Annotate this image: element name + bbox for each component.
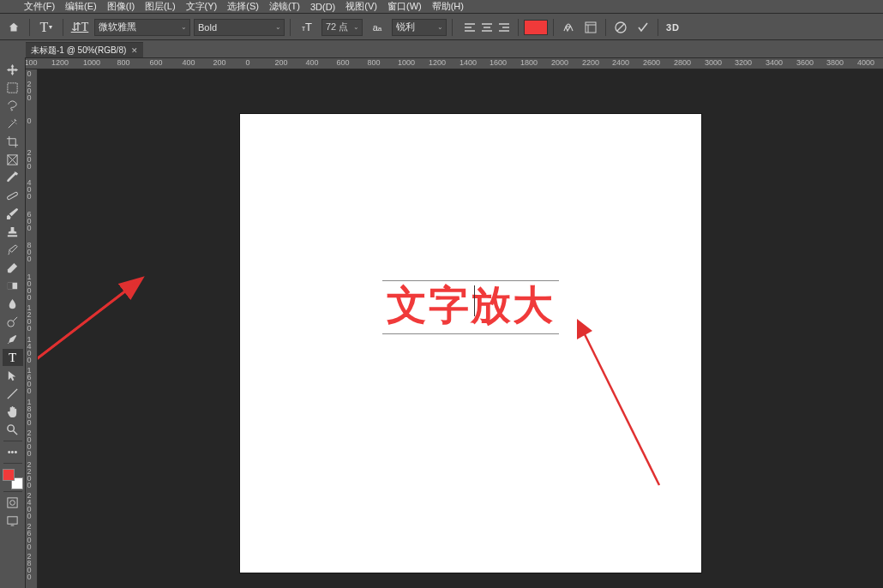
doc-tab-bar: 未标题-1 @ 50%(RGB/8) ✕ bbox=[26, 42, 143, 57]
blur-tool[interactable] bbox=[3, 295, 23, 312]
gradient-tool[interactable] bbox=[3, 277, 23, 294]
menu-window[interactable]: 窗口(W) bbox=[382, 0, 427, 14]
svg-point-10 bbox=[10, 500, 15, 505]
divider bbox=[63, 19, 63, 36]
fg-color-swatch[interactable] bbox=[3, 469, 15, 481]
menu-3d[interactable]: 3D(D) bbox=[305, 1, 340, 13]
menu-help[interactable]: 帮助(H) bbox=[427, 0, 469, 14]
shape-tool[interactable] bbox=[3, 385, 23, 402]
type-tool-icon: T bbox=[40, 20, 49, 35]
menu-select[interactable]: 选择(S) bbox=[222, 0, 264, 14]
align-group bbox=[461, 19, 513, 36]
doc-tab[interactable]: 未标题-1 @ 50%(RGB/8) ✕ bbox=[26, 42, 143, 57]
pen-icon bbox=[6, 333, 19, 346]
quick-mask-button[interactable] bbox=[3, 494, 23, 511]
divider bbox=[290, 19, 291, 36]
commit-button[interactable] bbox=[634, 18, 652, 37]
menu-file[interactable]: 文件(F) bbox=[19, 0, 60, 14]
align-left-button[interactable] bbox=[461, 19, 478, 36]
marquee-tool[interactable] bbox=[3, 79, 23, 96]
marquee-icon bbox=[6, 81, 19, 94]
menu-layer[interactable]: 图层(L) bbox=[140, 0, 180, 14]
menu-edit[interactable]: 编辑(E) bbox=[60, 0, 102, 14]
eraser-tool[interactable] bbox=[3, 259, 23, 276]
close-icon[interactable]: ✕ bbox=[131, 46, 138, 55]
pen-tool[interactable] bbox=[3, 331, 23, 348]
ruler-tick-label: 2400 bbox=[26, 491, 33, 519]
more-tools[interactable]: ••• bbox=[3, 443, 23, 460]
screen-icon bbox=[6, 514, 19, 527]
divider bbox=[29, 19, 30, 36]
svg-rect-0 bbox=[586, 22, 596, 33]
font-weight-dropdown[interactable]: Bold ⌄ bbox=[194, 19, 285, 36]
antialias-value: 锐利 bbox=[396, 21, 415, 33]
align-center-button[interactable] bbox=[478, 19, 496, 36]
zoom-tool[interactable] bbox=[3, 421, 23, 438]
antialias-dropdown[interactable]: 锐利 ⌄ bbox=[392, 19, 447, 36]
color-swatches[interactable] bbox=[3, 469, 23, 489]
ruler-tick-label: 3800 bbox=[826, 58, 844, 67]
ruler-tick-label: 200 bbox=[274, 58, 287, 67]
align-right-button[interactable] bbox=[496, 19, 513, 36]
divider bbox=[452, 19, 453, 36]
chevron-down-icon: ⌄ bbox=[275, 23, 281, 31]
cancel-button[interactable] bbox=[611, 18, 630, 37]
svg-line-13 bbox=[38, 279, 141, 363]
type-tool[interactable]: T bbox=[3, 349, 23, 366]
ruler-tick-label: 400 bbox=[182, 58, 195, 67]
menu-type[interactable]: 文字(Y) bbox=[181, 0, 223, 14]
eyedropper-tool[interactable] bbox=[3, 169, 23, 186]
font-size-icon-wrap: тT bbox=[296, 18, 318, 37]
move-tool[interactable] bbox=[3, 61, 23, 78]
tool-separator bbox=[3, 463, 22, 464]
current-tool-icon[interactable]: T ▾ bbox=[35, 18, 57, 37]
ruler-tick-label: 2200 bbox=[582, 58, 599, 67]
crop-icon bbox=[6, 135, 19, 148]
3d-button[interactable]: 3D bbox=[664, 18, 682, 37]
text-layer[interactable]: 文字放大 bbox=[387, 279, 555, 333]
ellipsis-icon: ••• bbox=[8, 447, 18, 457]
dodge-tool[interactable] bbox=[3, 313, 23, 330]
align-right-icon bbox=[498, 21, 510, 33]
heal-tool[interactable] bbox=[3, 187, 23, 204]
crop-tool[interactable] bbox=[3, 133, 23, 150]
ruler-left[interactable]: 0200020040060080010001200140016001800200… bbox=[26, 69, 38, 588]
ruler-tick-label: 3600 bbox=[796, 58, 814, 67]
menu-image[interactable]: 图像(I) bbox=[102, 0, 140, 14]
artboard[interactable]: 文字放大 bbox=[240, 114, 701, 573]
brush-tool[interactable] bbox=[3, 205, 23, 222]
font-family-dropdown[interactable]: 微软雅黑 ⌄ bbox=[94, 19, 190, 36]
text-orientation-button[interactable]: ⇵T bbox=[69, 18, 91, 37]
annotation-arrow-1 bbox=[38, 271, 158, 374]
text-color-swatch[interactable] bbox=[524, 20, 548, 35]
quick-select-tool[interactable] bbox=[3, 115, 23, 132]
lasso-tool[interactable] bbox=[3, 97, 23, 114]
ruler-tick-label: 600 bbox=[26, 210, 33, 231]
canvas-area[interactable]: 文字放大 bbox=[38, 69, 883, 588]
history-brush-tool[interactable] bbox=[3, 241, 23, 258]
checkmark-icon bbox=[636, 21, 650, 34]
stamp-tool[interactable] bbox=[3, 223, 23, 240]
character-panel-button[interactable] bbox=[581, 18, 600, 37]
screen-mode-button[interactable] bbox=[3, 512, 23, 529]
menu-view[interactable]: 视图(V) bbox=[340, 0, 382, 14]
ruler-tick-label: 3000 bbox=[705, 58, 722, 67]
ruler-tick-label: 1600 bbox=[26, 366, 33, 393]
cancel-icon bbox=[614, 21, 628, 34]
text-caret bbox=[474, 285, 475, 316]
ruler-tick-label: 800 bbox=[367, 58, 380, 67]
hand-tool[interactable] bbox=[3, 403, 23, 420]
home-button[interactable] bbox=[3, 17, 24, 38]
font-size-field[interactable]: 72 点 ⌄ bbox=[321, 19, 363, 36]
warp-text-icon bbox=[562, 21, 575, 34]
ruler-top[interactable]: 1001200100080060040020002004006008001000… bbox=[26, 57, 883, 69]
wand-icon bbox=[6, 117, 19, 130]
type-tool-icon: T bbox=[9, 351, 16, 365]
home-icon bbox=[8, 21, 20, 33]
frame-tool[interactable] bbox=[3, 151, 23, 168]
menu-filter[interactable]: 滤镜(T) bbox=[264, 0, 305, 14]
ruler-tick-label: 400 bbox=[26, 178, 33, 199]
path-select-tool[interactable] bbox=[3, 367, 23, 384]
warp-text-button[interactable] bbox=[559, 18, 578, 37]
ruler-tick-label: 600 bbox=[336, 58, 349, 67]
